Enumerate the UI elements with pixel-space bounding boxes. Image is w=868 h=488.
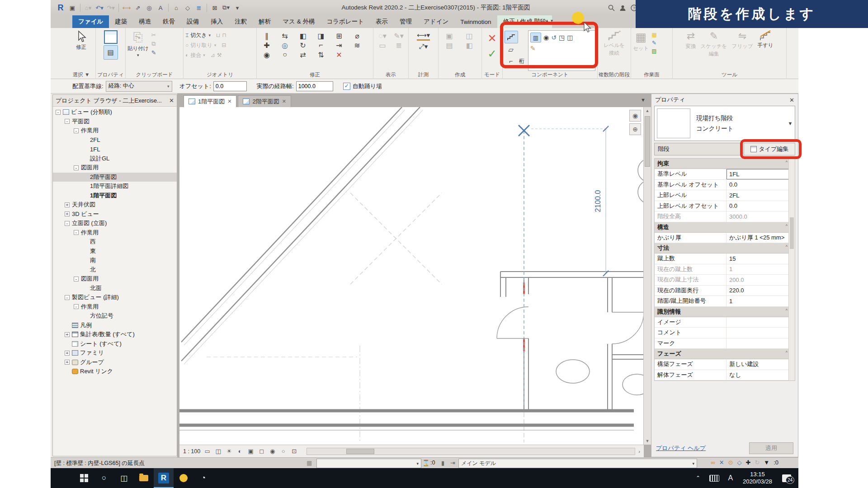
ribbon-tab[interactable]: 修正 | 作成 階段 [497, 15, 552, 28]
property-row[interactable]: コメント [655, 328, 795, 338]
tree-item[interactable]: 2FL [53, 136, 177, 145]
pin-icon[interactable]: ⊙ [728, 459, 733, 466]
tree-expand-toggle[interactable]: - [56, 110, 61, 115]
offset-input[interactable] [213, 81, 247, 91]
landing-button[interactable]: ▱ [505, 45, 517, 55]
dimension-icon[interactable]: ⤢▾ [419, 42, 428, 51]
vertical-scroll-thumb[interactable] [645, 116, 650, 167]
property-row[interactable]: 踏面/蹴上開始番号 1 [655, 296, 795, 307]
chevron-down-icon[interactable]: ▼ [786, 106, 795, 141]
thin-lines-icon[interactable]: ≣ [194, 3, 204, 13]
tree-item[interactable]: Revit リンク [53, 367, 177, 376]
trim-corner-icon[interactable]: ⌐ [313, 41, 329, 50]
property-row[interactable]: 階段全高 3000.0 [655, 211, 795, 222]
panel-label-tools[interactable]: ツール [673, 71, 786, 78]
tree-expand-toggle[interactable]: - [65, 221, 70, 226]
flip-button[interactable]: ⇋ フリップ [731, 30, 753, 71]
tree-expand-toggle[interactable]: - [74, 128, 79, 133]
property-value[interactable]: 0.0 [726, 201, 789, 211]
panel-label-geometry[interactable]: ジオメトリ [184, 71, 256, 78]
taskbar-clock[interactable]: 13:15 2020/03/28 [739, 471, 776, 485]
property-group-header[interactable]: 拘束 ^ [655, 159, 795, 169]
tree-item[interactable]: - 作業用 [53, 228, 177, 238]
property-value[interactable]: 1 [726, 264, 789, 275]
u-shape-winder-icon[interactable]: ◫ [567, 33, 573, 42]
drag-elements-icon[interactable]: ✚ [745, 459, 750, 466]
collapse-icon[interactable]: ^ [786, 350, 788, 355]
wall-join-icon[interactable]: ⊔ [216, 32, 220, 38]
scale-icon[interactable]: ⌀ [349, 31, 365, 40]
panel-label-components[interactable]: コンポーネント [503, 71, 597, 78]
panel-label-properties[interactable]: プロパティ [96, 71, 125, 78]
ribbon-tab[interactable]: 表示 [370, 15, 394, 28]
collapse-icon[interactable]: ^ [786, 244, 788, 249]
cut-geometry-label[interactable]: 切り取り [190, 42, 212, 49]
constraints-icon[interactable]: ⊡ [290, 447, 298, 455]
search-icon[interactable] [608, 5, 615, 11]
visual-style-icon[interactable]: ◫ [214, 447, 222, 455]
l-shape-winder-icon[interactable]: ◳ [559, 33, 565, 42]
straight-run-icon[interactable]: ▥ [530, 33, 541, 42]
reveal-hidden-icon[interactable]: ○ [279, 447, 287, 455]
crop-view-icon[interactable]: ▣ [247, 447, 255, 455]
tree-item[interactable]: + グループ [53, 358, 177, 367]
panel-label-create[interactable]: 作成 [439, 71, 481, 78]
app-button-yellow[interactable] [174, 468, 193, 488]
tree-item[interactable]: - 作業用 [53, 126, 177, 136]
tree-expand-toggle[interactable]: + [65, 202, 70, 207]
tree-expand-toggle[interactable]: - [65, 119, 70, 124]
view-tab[interactable]: 1階平面図 ✕ [184, 95, 236, 107]
workplane-viewer-icon[interactable]: ▨ [651, 48, 656, 54]
view-tab[interactable]: 2階平面図 ✕ [238, 95, 291, 107]
tree-expand-toggle[interactable]: - [74, 304, 79, 309]
move-icon[interactable]: ✚ [259, 41, 275, 50]
ribbon-tab[interactable]: ファイル [72, 15, 109, 28]
collapse-icon[interactable]: ^ [786, 224, 788, 228]
type-properties-icon[interactable]: ▤ [104, 45, 118, 60]
revit-app-icon[interactable]: R [55, 2, 66, 13]
tree-expand-toggle[interactable]: - [74, 277, 79, 282]
unpin-icon[interactable]: ○ [277, 50, 293, 59]
full-step-spiral-icon[interactable]: ◉ [543, 33, 549, 42]
linework-icon[interactable]: ✎▾ [392, 31, 406, 40]
keyboard-icon[interactable] [707, 468, 722, 488]
tree-item[interactable]: 2階平面図 [53, 173, 177, 182]
ribbon-tab[interactable]: 挿入 [205, 15, 229, 28]
tree-item[interactable]: + 3D ビュー [53, 210, 177, 219]
center-ends-spiral-icon[interactable]: ↺ [551, 33, 557, 42]
minimize-ribbon-icon[interactable]: ▲▾ [545, 18, 554, 23]
property-row[interactable]: 現在の蹴上寸法 200.0 [655, 275, 795, 286]
property-value[interactable]: 200.0 [726, 275, 789, 285]
tree-item[interactable]: - 平面図 [53, 117, 177, 127]
tree-item[interactable]: + 天井伏図 [53, 200, 177, 210]
exclude-options-icon[interactable]: ⇥ [450, 460, 455, 466]
cut-dropdown-icon[interactable]: ▾ [214, 43, 217, 47]
trim-extend-icon[interactable]: ⇥ [331, 41, 347, 50]
tree-item[interactable]: 東 [53, 247, 177, 256]
ref-plane-icon[interactable]: ✎ [651, 40, 656, 46]
mirror-axis-icon[interactable]: ◧ [295, 31, 311, 40]
temporary-hide-isolate-icon[interactable]: ◉ [269, 447, 276, 455]
property-group-header[interactable]: 寸法 ^ [655, 243, 795, 253]
file-explorer-button[interactable] [134, 468, 154, 488]
switch-windows-icon[interactable]: ⧉▾ [221, 3, 231, 13]
ribbon-tab[interactable]: 解析 [253, 15, 277, 28]
property-value[interactable]: 1FL [726, 169, 789, 179]
property-value[interactable]: 2FL [726, 190, 789, 201]
open-icon[interactable]: ⌂▾ [83, 3, 93, 13]
background-process-icon[interactable]: ↻ [755, 459, 760, 466]
paint-icon[interactable]: ⊿ [211, 52, 215, 58]
ribbon-tab[interactable]: 建築 [109, 15, 133, 28]
convert-button[interactable]: ⇄ 変換 [686, 30, 696, 71]
connect-levels-button[interactable]: + レベルを 接続 [599, 30, 629, 56]
horizontal-scroll-thumb[interactable] [346, 449, 374, 454]
cut-geometry-icon[interactable]: ○ [185, 42, 189, 48]
ribbon-tab[interactable]: 注釈 [229, 15, 253, 28]
properties-palette-icon[interactable] [104, 30, 118, 44]
tree-item[interactable]: + ファミリ [53, 348, 177, 358]
demolish-icon[interactable]: ⚒ [217, 52, 222, 58]
create-group-icon[interactable]: ▣ [440, 31, 458, 40]
tree-item[interactable]: - 作業用 [53, 302, 177, 312]
hide-icon[interactable]: ▭ [375, 41, 390, 50]
detail-level-icon[interactable]: ▭ [203, 447, 211, 455]
